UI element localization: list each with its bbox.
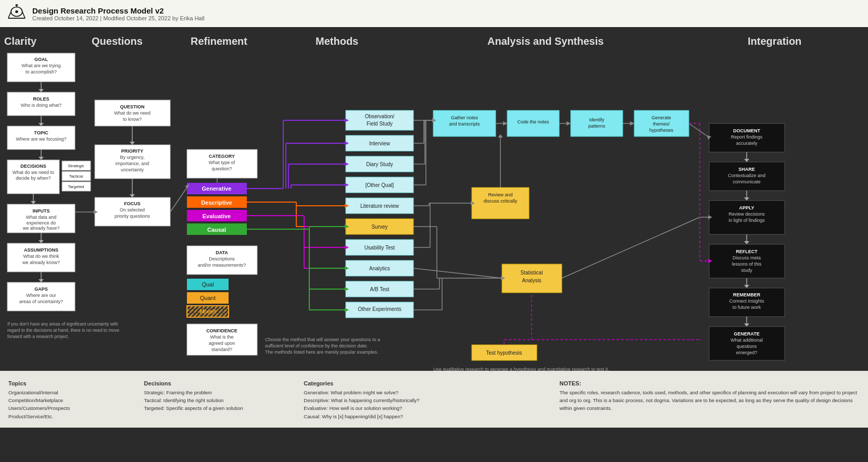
svg-text:DOCUMENT: DOCUMENT <box>733 128 760 133</box>
svg-text:Statistical: Statistical <box>521 270 543 276</box>
svg-text:What do we need to: What do we need to <box>12 170 54 175</box>
col-header-refinement: Refinement <box>191 35 316 47</box>
svg-marker-41 <box>39 240 44 243</box>
svg-text:Discuss meta: Discuss meta <box>733 255 761 260</box>
page-title: Design Research Process Model v2 <box>32 6 205 15</box>
svg-text:If you don't have any areas of: If you don't have any areas of significa… <box>7 321 118 327</box>
svg-text:Field Study: Field Study <box>367 121 393 127</box>
svg-text:Descriptions: Descriptions <box>209 256 235 261</box>
svg-text:APPLY: APPLY <box>739 205 754 210</box>
svg-text:emerged?: emerged? <box>736 350 758 355</box>
svg-text:What do we think: What do we think <box>23 254 59 259</box>
categories-content: Generative: What problem might we solve?… <box>304 389 544 420</box>
svg-text:areas of uncertainty?: areas of uncertainty? <box>19 299 63 304</box>
svg-text:to know?: to know? <box>123 117 142 122</box>
svg-text:What data and: What data and <box>26 215 57 220</box>
svg-text:GOAL: GOAL <box>34 57 48 62</box>
svg-text:By urgency,: By urgency, <box>120 155 145 160</box>
svg-text:in light of findings: in light of findings <box>728 218 765 223</box>
svg-text:Use qualitative research to ge: Use qualitative research to generate a h… <box>433 367 609 372</box>
svg-text:TOPIC: TOPIC <box>34 130 48 135</box>
svg-text:to accomplish?: to accomplish? <box>26 69 57 74</box>
svg-text:[Other Qual]: [Other Qual] <box>366 182 394 188</box>
svg-line-262 <box>689 123 709 138</box>
svg-text:Analytics: Analytics <box>369 266 390 271</box>
svg-text:standard?: standard? <box>211 347 232 352</box>
svg-text:SHARE: SHARE <box>738 167 755 172</box>
svg-text:Who is doing what?: Who is doing what? <box>21 103 62 108</box>
svg-marker-177 <box>744 285 749 288</box>
svg-text:Where are we focusing?: Where are we focusing? <box>16 136 66 142</box>
svg-text:ROLES: ROLES <box>33 96 49 102</box>
decisions-content: Strategic: Framing the problemTactical: … <box>144 389 288 413</box>
header-title-block: Design Research Process Model v2 Created… <box>32 6 205 21</box>
svg-marker-47 <box>39 279 44 282</box>
col-header-methods: Methods <box>316 35 487 47</box>
logo-icon <box>7 4 26 23</box>
header: Design Research Process Model v2 Created… <box>0 0 868 27</box>
svg-text:ASSUMPTIONS: ASSUMPTIONS <box>24 247 58 253</box>
svg-line-3 <box>8 11 11 18</box>
svg-marker-158 <box>744 159 749 162</box>
svg-text:we already know?: we already know? <box>22 260 60 265</box>
svg-text:What are we trying: What are we trying <box>21 63 60 68</box>
svg-text:DECISIONS: DECISIONS <box>20 164 46 169</box>
svg-text:forward with a research projec: forward with a research project. <box>7 334 69 339</box>
footer-decisions: Decisions Strategic: Framing the problem… <box>144 378 288 420</box>
svg-text:Descriptive: Descriptive <box>201 199 232 206</box>
svg-text:discuss critically: discuss critically <box>484 198 518 204</box>
svg-text:GENERATE: GENERATE <box>734 331 759 336</box>
svg-text:agreed upon: agreed upon <box>209 341 235 346</box>
footer-notes: NOTES: The specific roles, research cade… <box>560 378 860 420</box>
footer-categories: Categories Generative: What problem migh… <box>304 378 544 420</box>
svg-marker-261 <box>630 121 634 126</box>
svg-text:Survey: Survey <box>371 224 387 230</box>
svg-text:Choose the method that will an: Choose the method that will answer your … <box>265 337 380 342</box>
svg-text:accurately: accurately <box>736 141 758 146</box>
svg-text:Observation/: Observation/ <box>365 114 395 119</box>
svg-text:Literature review: Literature review <box>360 203 399 209</box>
svg-text:INPUTS: INPUTS <box>32 208 49 214</box>
svg-text:Mixed: Mixed <box>199 308 216 315</box>
svg-text:Contextualize and: Contextualize and <box>728 173 765 178</box>
svg-text:lessons of this: lessons of this <box>732 261 762 267</box>
svg-text:PRIORITY: PRIORITY <box>121 148 144 154</box>
svg-text:A/B Test: A/B Test <box>370 286 389 292</box>
col-header-questions: Questions <box>92 35 191 47</box>
svg-text:experience do: experience do <box>27 220 56 226</box>
col-header-clarity: Clarity <box>4 35 92 47</box>
svg-text:Code the notes: Code the notes <box>517 119 549 124</box>
svg-text:Causal: Causal <box>207 227 226 233</box>
svg-marker-260 <box>567 121 571 126</box>
notes-content: The specific roles, research cadence, to… <box>560 389 860 413</box>
svg-marker-34 <box>31 201 36 204</box>
svg-text:Strategic: Strategic <box>68 164 84 168</box>
main-diagram: Clarity Questions Refinement Methods Ana… <box>0 27 868 371</box>
svg-text:Analysis: Analysis <box>522 278 541 283</box>
svg-text:importance, and: importance, and <box>116 161 149 166</box>
svg-text:Evaluative: Evaluative <box>203 213 231 219</box>
footer-topics: Topics Organizational/InternalCompetitio… <box>8 378 129 420</box>
svg-text:What additional: What additional <box>731 338 763 343</box>
svg-text:study: study <box>741 268 752 273</box>
svg-text:Identify: Identify <box>589 117 605 122</box>
page-subtitle: Created October 14, 2022 | Modified Octo… <box>32 15 205 21</box>
svg-text:Review decisions: Review decisions <box>728 211 765 217</box>
svg-text:regard to the decisions at han: regard to the decisions at hand, there i… <box>7 328 119 333</box>
svg-text:REFLECT: REFLECT <box>736 249 758 254</box>
svg-text:REMEMBER: REMEMBER <box>733 292 761 297</box>
svg-marker-170 <box>744 241 749 244</box>
svg-point-2 <box>15 4 18 6</box>
svg-point-6 <box>15 10 18 13</box>
svg-marker-60 <box>130 142 135 145</box>
notes-title: NOTES: <box>560 380 582 386</box>
svg-marker-22 <box>39 157 44 160</box>
svg-text:FOCUS: FOCUS <box>124 201 141 206</box>
categories-title: Categories <box>304 380 333 386</box>
svg-text:communicate: communicate <box>733 179 761 184</box>
svg-marker-67 <box>130 194 135 197</box>
svg-text:Interview: Interview <box>369 141 391 146</box>
svg-text:Other Experiments: Other Experiments <box>358 306 401 312</box>
svg-line-4 <box>22 11 25 18</box>
svg-text:The methods listed here are me: The methods listed here are merely popul… <box>265 349 379 355</box>
